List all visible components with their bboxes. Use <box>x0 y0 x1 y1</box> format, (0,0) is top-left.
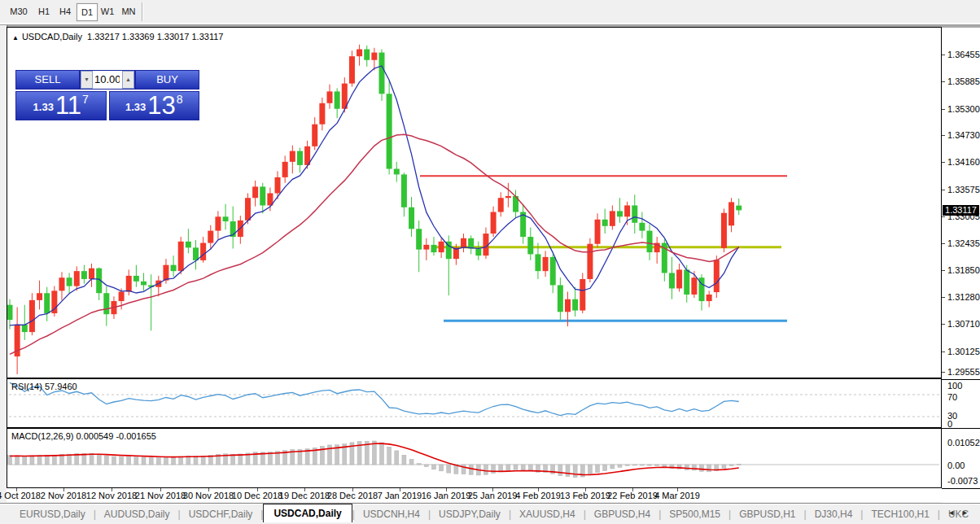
price-tick-label: 1.36455 <box>947 50 980 59</box>
symbol-tab-audusd[interactable]: AUDUSD,Daily <box>96 506 178 522</box>
sell-button[interactable]: SELL <box>15 70 80 90</box>
symbol-tab-tech100[interactable]: TECH100,H1 <box>863 506 937 522</box>
volume-increase-button[interactable]: ▲ <box>122 71 134 89</box>
date-tick-label: 12 Nov 2018 <box>86 491 137 500</box>
timeframe-button-w1[interactable]: W1 <box>98 3 117 20</box>
date-tick-label: 22 Feb 2019 <box>607 491 658 500</box>
symbol-tab-bar: EURUSD,Daily|AUDUSD,Daily|USDCHF,Daily|U… <box>0 503 980 524</box>
price-tick-mark <box>942 81 945 82</box>
date-tick-label: 4 Feb 2019 <box>515 491 561 500</box>
toolbar-separator <box>142 2 142 21</box>
tab-scroll-arrows[interactable]: ◄► <box>947 509 975 517</box>
price-tick-label: 1.35885 <box>947 76 980 86</box>
timeframe-button-h1[interactable]: H1 <box>34 3 54 20</box>
price-tick-label: 1.32435 <box>947 238 980 248</box>
date-tick-label: 7 Jan 2019 <box>378 491 422 500</box>
chart-ohlc-values: 1.33217 1.33369 1.33017 1.33117 <box>87 32 223 41</box>
sell-price-button[interactable]: 1.33 11 7 <box>15 91 107 120</box>
symbol-tab-usdcnh[interactable]: USDCNH,H4 <box>355 506 428 522</box>
bid-price-pipette: 7 <box>82 87 89 111</box>
price-tick-mark <box>942 243 945 244</box>
axis-separator <box>942 379 980 380</box>
tab-scroll-right-icon[interactable]: ► <box>961 509 975 517</box>
axis-separator <box>942 488 980 489</box>
price-tick-label: 1.31850 <box>947 265 980 275</box>
price-tick-mark <box>942 372 945 373</box>
indicator-axis-label: 100 <box>947 381 962 391</box>
main-chart-pane[interactable]: ▲USDCAD,Daily 1.33217 1.33369 1.33017 1.… <box>7 27 942 378</box>
price-tick-label: 1.30125 <box>947 347 980 356</box>
price-tick-mark <box>942 216 945 217</box>
price-tick-mark <box>942 190 945 190</box>
symbol-tab-eurusd[interactable]: EURUSD,Daily <box>11 506 94 522</box>
indicator-axis-label: -0.0073 <box>947 476 978 486</box>
chart-symbol-label: USDCAD,Daily <box>22 32 82 41</box>
volume-input[interactable] <box>93 71 122 89</box>
date-tick-label: 21 Nov 2018 <box>135 491 186 500</box>
price-tick-mark <box>942 297 945 298</box>
timeframe-button-h4[interactable]: H4 <box>55 3 75 20</box>
price-tick-label: 1.31280 <box>947 292 980 302</box>
date-tick-label: 19 Dec 2018 <box>279 491 330 500</box>
rsi-label: RSI(14) 57.9460 <box>11 382 77 391</box>
buy-price-button[interactable]: 1.33 13 8 <box>109 91 200 120</box>
one-click-trading-panel: SELL ▼ ▲ BUY 1.33 11 7 1.33 13 8 <box>15 70 199 120</box>
timeframe-toolbar: M30H1H4D1W1MN <box>0 0 980 25</box>
tab-scroll-left-icon[interactable]: ◄ <box>947 509 961 517</box>
rsi-plot[interactable] <box>7 379 941 427</box>
date-tick-label: 4 Mar 2019 <box>654 491 700 500</box>
date-tick-label: 25 Jan 2019 <box>468 491 518 500</box>
symbol-tab-usdjpy[interactable]: USDJPY,Daily <box>431 506 509 522</box>
date-tick-label: 16 Jan 2019 <box>422 491 471 500</box>
price-tick-label: 1.29555 <box>947 367 980 377</box>
price-tick-mark <box>942 324 945 325</box>
symbol-tab-dj30[interactable]: DJ30,H4 <box>807 506 861 522</box>
date-axis: 24 Oct 2018 2 Nov 2018 12 Nov 2018 21 No… <box>7 488 942 502</box>
price-tick-label: 1.35300 <box>947 104 980 114</box>
timeframe-button-m30[interactable]: M30 <box>7 3 31 20</box>
symbol-tab-gbpusd[interactable]: GBPUSD,H1 <box>731 506 803 522</box>
macd-label: MACD(12,26,9) 0.000549 -0.001655 <box>11 431 156 441</box>
macd-indicator-pane[interactable]: MACD(12,26,9) 0.000549 -0.001655 <box>7 428 942 488</box>
date-tick-label: 24 Oct 2018 <box>0 491 41 500</box>
bid-price-pips: 11 <box>55 93 81 118</box>
date-tick-label: 30 Nov 2018 <box>183 491 234 500</box>
indicator-axis-label: 0.010525 <box>947 438 980 448</box>
symbol-tab-usdcad[interactable]: USDCAD,Daily <box>263 504 352 522</box>
price-tick-mark <box>942 135 945 136</box>
price-axis: 1.33117 1.36455 1.35885 1.35300 1.34730 … <box>942 27 980 503</box>
volume-decrease-button[interactable]: ▼ <box>81 71 93 89</box>
price-tick-mark <box>942 352 945 352</box>
date-tick-label: 13 Feb 2019 <box>560 491 610 500</box>
timeframe-button-mn[interactable]: MN <box>119 3 138 20</box>
ask-price-prefix: 1.33 <box>125 97 146 118</box>
price-tick-label: 1.30710 <box>947 319 980 329</box>
date-tick-label: 2 Nov 2018 <box>41 491 86 500</box>
timeframe-button-d1[interactable]: D1 <box>77 3 98 21</box>
price-tick-mark <box>942 109 945 110</box>
date-tick-label: 28 Dec 2018 <box>327 491 378 500</box>
price-tick-mark <box>942 162 945 163</box>
price-tick-mark <box>942 270 945 271</box>
ask-price-pips: 13 <box>147 93 175 118</box>
price-tick-label: 1.34730 <box>947 130 980 140</box>
date-tick-label: 10 Dec 2018 <box>232 491 282 500</box>
indicator-axis-label: 70 <box>947 392 957 402</box>
axis-separator <box>942 428 980 429</box>
price-tick-label: 1.33575 <box>947 185 980 194</box>
buy-button[interactable]: BUY <box>135 70 199 90</box>
collapse-arrow-icon[interactable]: ▲ <box>12 34 19 41</box>
chart-title: ▲USDCAD,Daily 1.33217 1.33369 1.33017 1.… <box>12 32 223 41</box>
price-tick-label: 1.33005 <box>947 212 980 221</box>
symbol-tab-sp500[interactable]: SP500,M15 <box>661 506 728 522</box>
symbol-tab-usdchf[interactable]: USDCHF,Daily <box>181 506 261 522</box>
price-tick-mark <box>942 55 945 55</box>
ask-price-pipette: 8 <box>177 87 183 111</box>
price-tick-label: 1.34160 <box>947 157 980 167</box>
symbol-tab-gbpusd[interactable]: GBPUSD,H4 <box>586 506 658 522</box>
bid-price-prefix: 1.33 <box>33 97 54 118</box>
rsi-indicator-pane[interactable]: RSI(14) 57.9460 <box>7 378 942 428</box>
indicator-axis-label: 0.00 <box>947 461 965 470</box>
symbol-tab-xauusd[interactable]: XAUUSD,H4 <box>511 506 584 522</box>
